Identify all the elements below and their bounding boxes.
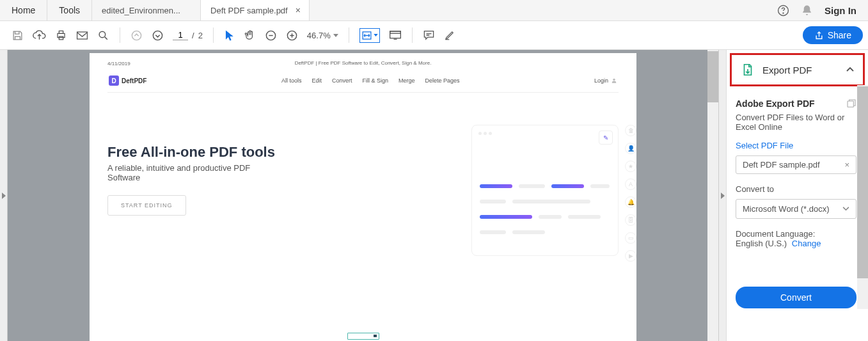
page-separator: / — [192, 31, 194, 40]
hero-start-button: START EDITING — [107, 195, 186, 216]
current-page-input[interactable] — [173, 30, 188, 40]
convert-to-label: Convert to — [736, 184, 856, 194]
zoom-out-icon[interactable] — [265, 29, 277, 42]
share-label: Share — [828, 30, 851, 40]
user-icon: 👤 — [625, 143, 636, 154]
notifications-icon[interactable] — [801, 4, 813, 17]
tab-home[interactable]: Home — [0, 0, 47, 20]
hand-tool-icon[interactable] — [244, 29, 256, 42]
select-tool-icon[interactable] — [224, 29, 235, 42]
cloud-upload-icon[interactable] — [33, 29, 46, 42]
section-title-text: Adobe Export PDF — [736, 99, 815, 109]
side-scrollbar[interactable] — [857, 85, 868, 309]
page-down-icon[interactable] — [152, 29, 164, 42]
document-scrollbar[interactable] — [707, 50, 718, 341]
share-button[interactable]: Share — [803, 26, 863, 44]
hero-side-icons: 🗑 👤 ★ A 🔔 🗄 ▭ ▶ — [625, 125, 636, 262]
email-icon[interactable] — [76, 31, 88, 40]
select-file-label[interactable]: Select PDF File — [736, 141, 856, 150]
total-pages: 2 — [198, 31, 203, 40]
tab-document-2[interactable]: Deft PDF sample.pdf × — [201, 0, 310, 20]
server-illustration — [107, 333, 619, 341]
login-text: Login — [594, 77, 608, 84]
convert-format-select[interactable]: Microsoft Word (*.docx) — [736, 199, 856, 219]
nav-item: Convert — [332, 77, 352, 84]
side-section-desc: Convert PDF Files to Word or Excel Onlin… — [736, 113, 856, 132]
search-icon[interactable] — [97, 29, 109, 42]
hero-subtitle: A reliable, intuitive and productive PDF… — [107, 163, 255, 182]
zoom-value: 46.7% — [307, 31, 331, 40]
export-pdf-header[interactable]: Export PDF — [730, 53, 865, 86]
page-header-title: DeftPDF | Free PDF Software to Edit, Con… — [107, 60, 619, 66]
print-icon[interactable] — [55, 29, 67, 42]
play-icon: ▶ — [625, 250, 636, 262]
svg-point-7 — [132, 31, 141, 40]
document-language-row: Document Language: English (U.S.) Change — [736, 229, 856, 248]
tools-pane-toggle[interactable] — [718, 50, 726, 341]
hero-preview-panel: ✎ — [471, 125, 619, 256]
image-icon: ▭ — [625, 232, 636, 244]
site-logo-text: DeftPDF — [122, 77, 146, 84]
nav-pane-toggle[interactable] — [0, 50, 8, 341]
help-icon[interactable] — [777, 4, 789, 17]
svg-rect-2 — [58, 33, 65, 37]
nav-item: Edit — [312, 77, 322, 84]
close-tab-icon[interactable]: × — [296, 5, 301, 15]
site-logo: D DeftPDF — [109, 75, 146, 86]
trash-icon: 🗑 — [625, 125, 636, 136]
nav-item: Merge — [398, 77, 415, 84]
site-nav: All tools Edit Convert Fill & Sign Merge… — [281, 77, 460, 84]
tab-tools[interactable]: Tools — [47, 0, 92, 20]
svg-rect-3 — [59, 31, 63, 33]
selected-file-box[interactable]: Deft PDF sample.pdf × — [736, 155, 856, 174]
tab-document-1[interactable]: edited_Environmen... — [92, 0, 201, 20]
pdf-page: 4/11/2019 DeftPDF | Free PDF Software to… — [90, 53, 636, 341]
comment-icon[interactable] — [423, 29, 435, 41]
fit-width-icon[interactable] — [359, 28, 380, 43]
change-language-link[interactable]: Change — [792, 239, 821, 248]
svg-rect-5 — [77, 31, 88, 38]
save-icon[interactable] — [12, 29, 24, 42]
clear-file-icon[interactable]: × — [844, 160, 849, 170]
font-icon: A — [625, 178, 636, 190]
chevron-up-icon — [846, 67, 854, 72]
document-area[interactable]: 4/11/2019 DeftPDF | Free PDF Software to… — [8, 50, 718, 341]
side-section-title: Adobe Export PDF — [736, 99, 856, 109]
chevron-down-icon — [842, 207, 849, 211]
svg-rect-12 — [390, 31, 400, 38]
nav-item: All tools — [281, 77, 302, 84]
selected-file-name: Deft PDF sample.pdf — [743, 160, 820, 170]
nav-item: Delete Pages — [425, 77, 459, 84]
lang-label: Document Language: — [736, 229, 815, 239]
export-pdf-icon — [741, 63, 755, 77]
zoom-in-icon[interactable] — [286, 29, 298, 42]
side-panel: Export PDF Adobe Export PDF Convert PDF … — [726, 50, 868, 341]
site-login: Login — [594, 77, 617, 84]
highlight-icon[interactable] — [444, 29, 455, 41]
tabs-bar: Home Tools edited_Environmen... Deft PDF… — [0, 0, 868, 21]
export-pdf-title: Export PDF — [762, 65, 839, 75]
svg-rect-4 — [59, 36, 63, 40]
svg-rect-15 — [848, 101, 853, 107]
hero-title: Free All-in-one PDF tools — [107, 144, 446, 161]
edit-pencil-icon: ✎ — [599, 131, 613, 145]
toolbar: / 2 46.7% Share — [0, 21, 868, 50]
svg-point-6 — [99, 31, 106, 38]
svg-point-1 — [783, 12, 784, 13]
page-up-icon[interactable] — [130, 29, 143, 42]
zoom-dropdown[interactable]: 46.7% — [307, 31, 338, 40]
convert-format-value: Microsoft Word (*.docx) — [743, 204, 830, 214]
page-indicator: / 2 — [173, 30, 203, 40]
svg-rect-13 — [390, 31, 400, 33]
lang-value: English (U.S.) — [736, 239, 787, 248]
svg-point-8 — [153, 31, 162, 40]
nav-item: Fill & Sign — [362, 77, 388, 84]
web-link-icon[interactable] — [846, 99, 856, 109]
convert-button[interactable]: Convert — [736, 287, 856, 308]
lock-icon: 🗄 — [625, 214, 636, 226]
bell-icon: 🔔 — [625, 196, 636, 208]
svg-point-14 — [613, 79, 615, 81]
page-display-icon[interactable] — [389, 30, 402, 41]
sign-in-button[interactable]: Sign In — [825, 5, 856, 16]
tab-document-2-label: Deft PDF sample.pdf — [210, 6, 288, 15]
